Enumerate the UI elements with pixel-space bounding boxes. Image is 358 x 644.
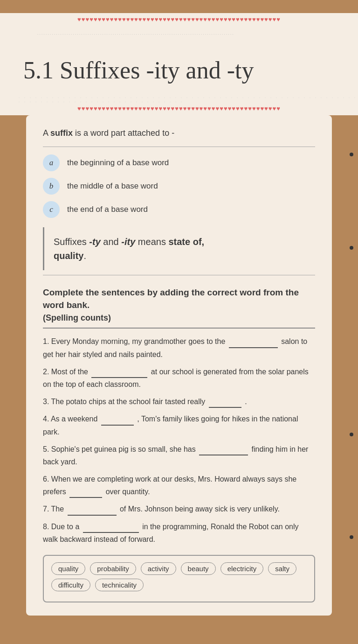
main-card: A suffix is a word part attached to - a …: [26, 115, 332, 616]
sentences-section: Complete the sentences by adding the cor…: [43, 287, 315, 602]
blank-1: [229, 340, 278, 348]
sentence-5: 5. Sophie's pet guinea pig is so small, …: [43, 443, 315, 468]
sentence-3-start: 3. The potato chips at the school fair t…: [43, 398, 207, 406]
hearts-row-2: ♥♥♥♥♥♥♥♥♥♥♥♥♥♥♥♥♥♥♥♥♥♥♥♥♥♥♥♥♥♥♥♥♥♥♥♥♥♥♥♥…: [0, 102, 358, 115]
sentence-4-start: 4. As a weekend: [43, 415, 100, 423]
sentence-1-num: 1. Every Monday morning, my grandmother …: [43, 337, 227, 345]
option-text-b: the middle of a base word: [67, 182, 158, 191]
sentence-2: 2. Most of the at our school is generate…: [43, 365, 315, 391]
bottom-brown: [0, 616, 358, 634]
sentence-8: 8. Due to a in the programming, Ronald t…: [43, 520, 315, 546]
scatter-area-2: · · · · · · · · · · · · · · · · · · · · …: [0, 93, 358, 102]
word-chip-salty: salty: [268, 562, 296, 575]
sentence-7-start: 7. The: [43, 505, 66, 513]
blank-4: [101, 417, 134, 426]
suffixes-hr: [43, 275, 315, 275]
sentence-2-start: 2. Most of the: [43, 368, 90, 376]
title-area: 5.1 Suffixes -ity and -ty: [0, 43, 358, 93]
blank-5: [199, 447, 248, 455]
side-dot-1: [350, 153, 353, 156]
sentence-7-end: of Mrs. Johnson being away sick is very …: [120, 505, 280, 513]
option-a: a the beginning of a base word: [43, 154, 315, 171]
side-dot-2: [350, 246, 353, 250]
definition-hr: [43, 147, 315, 147]
option-b: b the middle of a base word: [43, 178, 315, 195]
sentence-4: 4. As a weekend , Tom's family likes goi…: [43, 413, 315, 438]
sentence-6-end: over quantity.: [106, 488, 150, 496]
word-bank-row-1: quality probability activity beauty elec…: [51, 562, 307, 575]
suffix-bold: suffix: [50, 128, 73, 138]
word-bank-row-2: difficulty technicality: [51, 579, 307, 591]
word-chip-electricity: electricity: [220, 562, 264, 575]
word-chip-activity: activity: [141, 562, 176, 575]
word-chip-quality: quality: [51, 562, 85, 575]
and-text: and: [103, 237, 121, 247]
spelling-note: (Spelling counts): [43, 313, 315, 323]
word-chip-beauty: beauty: [181, 562, 216, 575]
ty-suffix: -ty: [89, 237, 100, 247]
blank-3: [209, 399, 241, 408]
option-badge-b: b: [43, 178, 60, 195]
sentence-3: 3. The potato chips at the school fair t…: [43, 395, 315, 408]
option-text-a: the beginning of a base word: [67, 158, 169, 168]
blank-8: [83, 525, 139, 533]
option-c: c the end of a base word: [43, 201, 315, 218]
means-text: means: [138, 237, 169, 247]
option-badge-c: c: [43, 201, 60, 218]
definition-section: A suffix is a word part attached to - a …: [43, 128, 315, 218]
page-title: 5.1 Suffixes -ity and -ty: [23, 57, 335, 84]
sentence-3-end: .: [245, 398, 247, 406]
sentence-5-start: 5. Sophie's pet guinea pig is so small, …: [43, 445, 198, 453]
blank-2: [91, 370, 147, 378]
blank-7: [68, 507, 117, 516]
blank-6: [69, 490, 102, 498]
suffixes-meaning-box: Suffixes -ty and -ity means state of,qua…: [43, 227, 315, 270]
scatter-area-top: · · · · · · · · · · · · · · · · · · · · …: [0, 26, 358, 43]
top-wavy-border: [0, 0, 358, 13]
word-chip-technicality: technicality: [95, 579, 144, 591]
side-dot-4: [350, 535, 353, 539]
word-chip-probability: probability: [90, 562, 136, 575]
word-chip-difficulty: difficulty: [51, 579, 90, 591]
option-badge-a: a: [43, 154, 60, 171]
sentences-hr: [43, 328, 315, 329]
ity-suffix: -ity: [121, 237, 135, 247]
sentence-1: 1. Every Monday morning, my grandmother …: [43, 335, 315, 360]
sentence-6: 6. When we are completing work at our de…: [43, 473, 315, 498]
instruction-text: Complete the sentences by adding the cor…: [43, 287, 315, 311]
brown-sides-wrapper: A suffix is a word part attached to - a …: [0, 115, 358, 616]
sentence-7: 7. The of Mrs. Johnson being away sick i…: [43, 503, 315, 515]
definition-text: A suffix is a word part attached to -: [43, 128, 315, 138]
side-dot-3: [350, 433, 353, 436]
word-bank: quality probability activity beauty elec…: [43, 555, 315, 602]
sentence-8-start: 8. Due to a: [43, 523, 82, 531]
hearts-row-top: ♥♥♥♥♥♥♥♥♥♥♥♥♥♥♥♥♥♥♥♥♥♥♥♥♥♥♥♥♥♥♥♥♥♥♥♥♥♥♥♥…: [0, 13, 358, 26]
option-text-c: the end of a base word: [67, 205, 148, 214]
suffixes-meaning-text: Suffixes -ty and -ity means state of,qua…: [54, 235, 306, 263]
